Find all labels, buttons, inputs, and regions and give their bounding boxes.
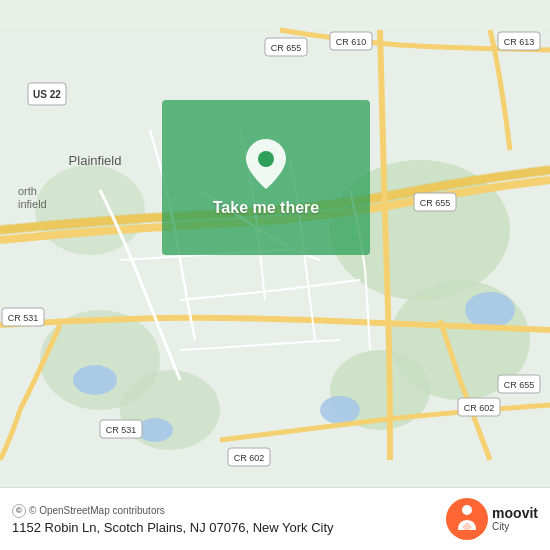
svg-text:CR 655: CR 655 <box>504 380 535 390</box>
svg-text:orth: orth <box>18 185 37 197</box>
take-me-there-button[interactable]: Take me there <box>213 199 319 217</box>
address-text: 1152 Robin Ln, Scotch Plains, NJ 07076, … <box>12 520 334 535</box>
svg-text:CR 602: CR 602 <box>464 403 495 413</box>
svg-text:CR 655: CR 655 <box>420 198 451 208</box>
svg-point-6 <box>35 165 145 255</box>
svg-text:CR 610: CR 610 <box>336 37 367 47</box>
moovit-sublabel: City <box>492 521 538 532</box>
osm-credit-text: © OpenStreetMap contributors <box>29 505 165 516</box>
svg-text:US 22: US 22 <box>33 89 61 100</box>
moovit-label: moovit <box>492 506 538 521</box>
bottom-left-info: © © OpenStreetMap contributors 1152 Robi… <box>12 504 334 535</box>
svg-text:Plainfield: Plainfield <box>69 153 122 168</box>
svg-point-7 <box>73 365 117 395</box>
svg-point-10 <box>465 292 515 328</box>
svg-point-9 <box>320 396 360 424</box>
moovit-icon <box>446 498 488 540</box>
svg-text:CR 531: CR 531 <box>106 425 137 435</box>
moovit-text-block: moovit City <box>492 506 538 532</box>
location-pin-icon <box>246 139 286 189</box>
svg-text:CR 602: CR 602 <box>234 453 265 463</box>
svg-point-34 <box>258 151 274 167</box>
svg-text:infield: infield <box>18 198 47 210</box>
bottom-bar: © © OpenStreetMap contributors 1152 Robi… <box>0 487 550 550</box>
map-container: US 22 CR 655 CR 610 CR 613 CR 531 CR 531… <box>0 0 550 550</box>
moovit-logo[interactable]: moovit City <box>446 498 538 540</box>
map-background: US 22 CR 655 CR 610 CR 613 CR 531 CR 531… <box>0 0 550 550</box>
svg-point-35 <box>462 505 472 515</box>
osm-logo: © <box>12 504 26 518</box>
svg-text:CR 613: CR 613 <box>504 37 535 47</box>
svg-text:CR 531: CR 531 <box>8 313 39 323</box>
svg-text:CR 655: CR 655 <box>271 43 302 53</box>
map-highlight-overlay[interactable]: Take me there <box>162 100 370 255</box>
osm-credit: © © OpenStreetMap contributors <box>12 504 334 518</box>
